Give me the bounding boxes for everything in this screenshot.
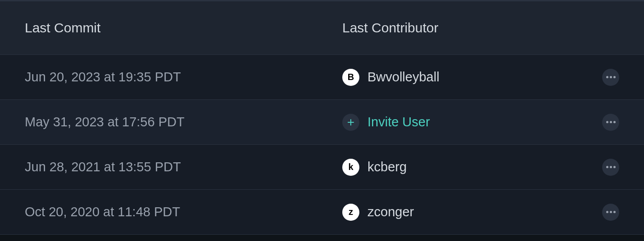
contributor-cell[interactable]: B Bwvolleyball [342,69,602,86]
more-icon [606,76,616,78]
commit-table: Last Commit Last Contributor Jun 20, 202… [0,1,644,235]
table-row[interactable]: May 31, 2023 at 17:56 PDT + Invite User [0,100,644,145]
invite-user-button[interactable]: + Invite User [342,114,602,131]
avatar: z [342,204,359,221]
more-icon [606,166,616,168]
contributor-name: zconger [367,205,414,219]
invite-user-label: Invite User [367,115,430,129]
commit-time: May 31, 2023 at 17:56 PDT [25,115,342,129]
table-row[interactable]: Oct 20, 2020 at 11:48 PDT z zconger [0,190,644,235]
contributor-name: Bwvolleyball [367,70,440,85]
more-actions-button[interactable] [602,69,619,86]
table-header-row: Last Commit Last Contributor [0,1,644,55]
more-actions-button[interactable] [602,159,619,176]
more-actions-button[interactable] [602,114,619,131]
plus-icon: + [342,114,359,131]
contributor-cell[interactable]: k kcberg [342,159,602,176]
commit-time: Jun 20, 2023 at 19:35 PDT [25,70,342,85]
more-icon [606,121,616,123]
table-row[interactable]: Jun 28, 2021 at 13:55 PDT k kcberg [0,145,644,190]
avatar: k [342,159,359,176]
more-icon [606,211,616,213]
avatar: B [342,69,359,86]
commit-time: Oct 20, 2020 at 11:48 PDT [25,205,342,219]
header-last-commit[interactable]: Last Commit [25,20,342,36]
commit-time: Jun 28, 2021 at 13:55 PDT [25,160,342,174]
contributor-name: kcberg [367,160,407,174]
header-last-contributor[interactable]: Last Contributor [342,20,619,36]
table-row[interactable]: Jun 20, 2023 at 19:35 PDT B Bwvolleyball [0,55,644,100]
more-actions-button[interactable] [602,204,619,221]
contributor-cell[interactable]: z zconger [342,204,602,221]
